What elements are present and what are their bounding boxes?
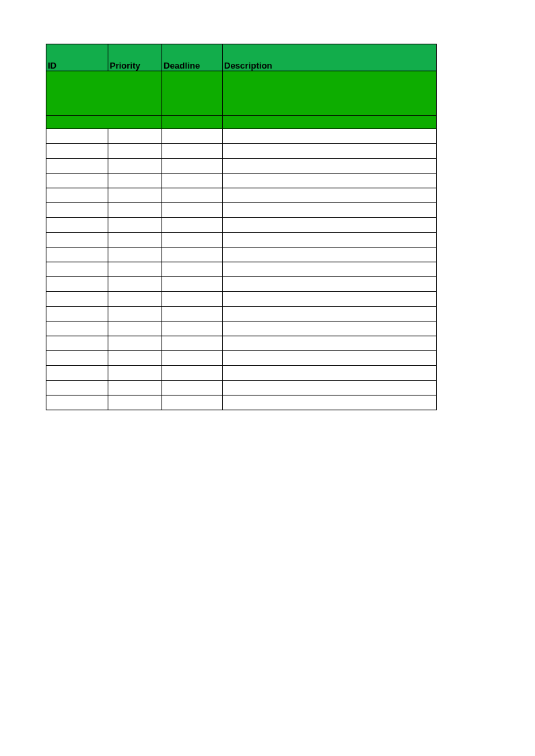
subheader-cell [46, 116, 162, 129]
cell-priority[interactable] [108, 277, 162, 292]
cell-deadline[interactable] [162, 351, 223, 366]
cell-deadline[interactable] [162, 144, 223, 159]
table-row [46, 203, 437, 218]
cell-id[interactable] [46, 129, 108, 144]
cell-deadline[interactable] [162, 248, 223, 262]
cell-priority[interactable] [108, 307, 162, 322]
cell-description[interactable] [223, 248, 437, 262]
task-table: ID Priority Deadline Description [46, 44, 437, 410]
cell-priority[interactable] [108, 336, 162, 351]
cell-description[interactable] [223, 395, 437, 410]
cell-deadline[interactable] [162, 366, 223, 381]
cell-description[interactable] [223, 322, 437, 336]
cell-deadline[interactable] [162, 129, 223, 144]
cell-deadline[interactable] [162, 203, 223, 218]
cell-id[interactable] [46, 307, 108, 322]
cell-id[interactable] [46, 277, 108, 292]
table-row [46, 218, 437, 233]
table-row [46, 322, 437, 336]
cell-id[interactable] [46, 203, 108, 218]
col-header-priority: Priority [108, 44, 162, 71]
cell-priority[interactable] [108, 174, 162, 188]
table-row [46, 188, 437, 203]
cell-id[interactable] [46, 292, 108, 307]
cell-priority[interactable] [108, 188, 162, 203]
cell-id[interactable] [46, 233, 108, 248]
table-row [46, 292, 437, 307]
cell-deadline[interactable] [162, 292, 223, 307]
cell-deadline[interactable] [162, 336, 223, 351]
cell-deadline[interactable] [162, 218, 223, 233]
cell-deadline[interactable] [162, 395, 223, 410]
cell-description[interactable] [223, 159, 437, 174]
cell-description[interactable] [223, 174, 437, 188]
cell-description[interactable] [223, 233, 437, 248]
cell-description[interactable] [223, 188, 437, 203]
cell-deadline[interactable] [162, 174, 223, 188]
cell-description[interactable] [223, 366, 437, 381]
cell-deadline[interactable] [162, 188, 223, 203]
cell-priority[interactable] [108, 322, 162, 336]
cell-id[interactable] [46, 144, 108, 159]
table-row [46, 277, 437, 292]
table-subheader-row [46, 71, 437, 116]
table-row [46, 159, 437, 174]
cell-description[interactable] [223, 144, 437, 159]
table-row [46, 262, 437, 277]
cell-id[interactable] [46, 218, 108, 233]
cell-deadline[interactable] [162, 159, 223, 174]
cell-priority[interactable] [108, 248, 162, 262]
cell-description[interactable] [223, 381, 437, 395]
cell-id[interactable] [46, 351, 108, 366]
subheader-cell [223, 71, 437, 116]
cell-description[interactable] [223, 129, 437, 144]
cell-deadline[interactable] [162, 233, 223, 248]
cell-description[interactable] [223, 292, 437, 307]
cell-description[interactable] [223, 336, 437, 351]
cell-deadline[interactable] [162, 277, 223, 292]
subheader-cell [223, 116, 437, 129]
cell-deadline[interactable] [162, 322, 223, 336]
cell-priority[interactable] [108, 233, 162, 248]
cell-priority[interactable] [108, 292, 162, 307]
cell-priority[interactable] [108, 381, 162, 395]
table-row [46, 307, 437, 322]
cell-description[interactable] [223, 218, 437, 233]
table-header-row: ID Priority Deadline Description [46, 44, 437, 71]
cell-priority[interactable] [108, 395, 162, 410]
cell-description[interactable] [223, 262, 437, 277]
cell-id[interactable] [46, 381, 108, 395]
subheader-cell [162, 116, 223, 129]
cell-id[interactable] [46, 248, 108, 262]
cell-id[interactable] [46, 336, 108, 351]
cell-id[interactable] [46, 322, 108, 336]
cell-priority[interactable] [108, 351, 162, 366]
cell-priority[interactable] [108, 203, 162, 218]
cell-deadline[interactable] [162, 381, 223, 395]
cell-priority[interactable] [108, 262, 162, 277]
subheader-cell [162, 71, 223, 116]
col-header-deadline: Deadline [162, 44, 223, 71]
cell-description[interactable] [223, 277, 437, 292]
table-row [46, 381, 437, 395]
cell-description[interactable] [223, 307, 437, 322]
cell-id[interactable] [46, 174, 108, 188]
cell-description[interactable] [223, 203, 437, 218]
cell-deadline[interactable] [162, 307, 223, 322]
cell-description[interactable] [223, 351, 437, 366]
cell-priority[interactable] [108, 366, 162, 381]
cell-priority[interactable] [108, 218, 162, 233]
cell-id[interactable] [46, 188, 108, 203]
cell-id[interactable] [46, 366, 108, 381]
table-row [46, 336, 437, 351]
cell-priority[interactable] [108, 144, 162, 159]
cell-id[interactable] [46, 395, 108, 410]
cell-deadline[interactable] [162, 262, 223, 277]
cell-priority[interactable] [108, 129, 162, 144]
cell-id[interactable] [46, 262, 108, 277]
cell-id[interactable] [46, 159, 108, 174]
table-row [46, 233, 437, 248]
cell-priority[interactable] [108, 159, 162, 174]
table-row [46, 395, 437, 410]
table-subheader-row [46, 116, 437, 129]
